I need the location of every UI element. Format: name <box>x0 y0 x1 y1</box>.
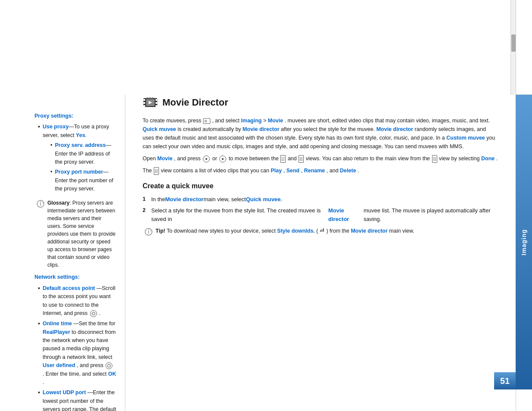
movie-menu-link: Movie <box>268 118 283 124</box>
delete-link: Delete <box>340 168 356 174</box>
movie-director-link1: Movie director <box>243 126 279 132</box>
glossary-note: Glossary: Proxy servers are intermediate… <box>34 199 116 269</box>
step1-quick-muvee-link: Quick muvee <box>246 195 281 204</box>
send-link: Send <box>286 168 300 174</box>
svg-rect-10 <box>156 99 157 101</box>
quick-muvee-steps: 1 In the Movie director main view, selec… <box>143 195 498 224</box>
step-2: 2 Select a style for the muvee from the … <box>143 206 498 224</box>
svg-line-25 <box>150 229 150 230</box>
tip-box: Tip! To download new styles to your devi… <box>143 227 498 236</box>
nav-button-right <box>219 156 226 162</box>
style-downlds-link: Style downlds. <box>277 228 315 234</box>
use-proxy-link: Use proxy <box>43 124 68 130</box>
right-column: Movie Director To create muvees, press ⚙… <box>125 0 516 411</box>
page-container: Imaging 51 Proxy settings: Use proxy—To … <box>0 0 532 411</box>
network-settings-heading: Network settings: <box>34 273 116 281</box>
play-link: Play <box>271 168 282 174</box>
svg-rect-8 <box>143 102 145 104</box>
side-tab-label-area: Imaging <box>516 95 532 389</box>
intro-paragraph: To create muvees, press ⚙ , and select I… <box>143 116 498 151</box>
side-tab-text: Imaging <box>520 229 527 255</box>
proxy-port-number-link: Proxy port number <box>55 169 103 175</box>
step2-movie-director-link: Movie director <box>328 206 364 224</box>
svg-rect-7 <box>143 99 145 101</box>
user-defined-link: User defined <box>43 362 75 368</box>
view-icon-3: ⍃ <box>432 155 437 163</box>
custom-muvee-link: Custom muvee <box>446 135 485 141</box>
proxy-port-number-item: Proxy port number—Enter the port number … <box>47 168 116 193</box>
glossary-icon <box>36 199 45 208</box>
open-movie-paragraph: Open Movie , and press or to move betwee… <box>143 154 498 163</box>
side-tab-bottom <box>516 389 532 411</box>
network-bullets: Default access point —Scroll to the acce… <box>34 284 116 411</box>
movie-director-link2: Movie director <box>376 126 413 132</box>
movie-director-icon <box>143 95 158 110</box>
proxy-bullet-use-proxy: Use proxy—To use a proxy server, select … <box>34 123 116 195</box>
tip-icon <box>144 227 153 236</box>
proxy-sub-bullets: Proxy serv. address—Enter the IP address… <box>47 141 116 193</box>
lowest-udp-port-link: Lowest UDP port <box>43 389 86 395</box>
proxy-serv-address-item: Proxy serv. address—Enter the IP address… <box>47 141 116 166</box>
ok-button-2 <box>106 362 112 369</box>
rename-link: Rename <box>304 168 325 174</box>
content-area: Proxy settings: Use proxy—To use a proxy… <box>0 0 516 411</box>
tip-movie-director-link: Movie director <box>351 228 387 234</box>
glossary-text: Glossary: Proxy servers are intermediate… <box>47 199 116 269</box>
proxy-bullets: Use proxy—To use a proxy server, select … <box>34 123 116 195</box>
movie-director-title: Movie Director <box>162 95 228 110</box>
quick-muvee-link: Quick muvee <box>143 126 176 132</box>
svg-rect-9 <box>143 105 145 107</box>
realplayer-link: RealPlayer <box>43 329 70 335</box>
view-icon-2: ⍃ <box>299 155 304 163</box>
step1-movie-director-link: Movie director <box>165 195 204 204</box>
imaging-menu-link: Imaging <box>241 118 262 124</box>
svg-rect-11 <box>156 102 157 104</box>
default-access-point-item: Default access point —Scroll to the acce… <box>34 284 116 318</box>
ok-link: OK <box>108 371 116 377</box>
signal-icon <box>320 227 325 235</box>
movie-director-header: Movie Director <box>143 95 498 110</box>
imaging-button-icon: ⚙ <box>203 118 211 124</box>
step-1-number: 1 <box>143 195 148 203</box>
proxy-settings-heading: Proxy settings: <box>34 112 116 120</box>
svg-point-23 <box>148 230 149 230</box>
side-tab: Imaging <box>516 0 532 411</box>
side-tab-top <box>516 0 532 95</box>
svg-point-2 <box>40 202 41 202</box>
movie-link: Movie <box>157 156 172 162</box>
online-time-link: Online time <box>43 321 72 327</box>
svg-line-4 <box>42 201 42 202</box>
left-column: Proxy settings: Use proxy—To use a proxy… <box>0 0 125 411</box>
view-icon-1: ⍁ <box>280 155 286 163</box>
done-link: Done <box>481 156 495 162</box>
step-2-number: 2 <box>143 206 148 215</box>
svg-text:⚙: ⚙ <box>204 119 207 123</box>
nav-button-left <box>203 156 210 162</box>
lowest-udp-port-item: Lowest UDP port —Enter the lowest port n… <box>34 389 116 411</box>
proxy-serv-address-link: Proxy serv. address <box>55 142 106 148</box>
tip-text: Tip! To download new styles to your devi… <box>156 227 414 235</box>
svg-rect-12 <box>156 105 157 107</box>
create-quick-muvee-heading: Create a quick muvee <box>143 181 498 192</box>
step-1: 1 In the Movie director main view, selec… <box>143 195 498 204</box>
yes-link: Yes <box>76 132 85 138</box>
list-view-paragraph: The ⍃ view contains a list of video clip… <box>143 166 498 175</box>
list-view-icon: ⍃ <box>154 167 159 175</box>
default-access-point-link: Default access point <box>43 285 95 291</box>
ok-nav-button <box>90 310 97 317</box>
online-time-item: Online time —Set the time for RealPlayer… <box>34 320 116 386</box>
